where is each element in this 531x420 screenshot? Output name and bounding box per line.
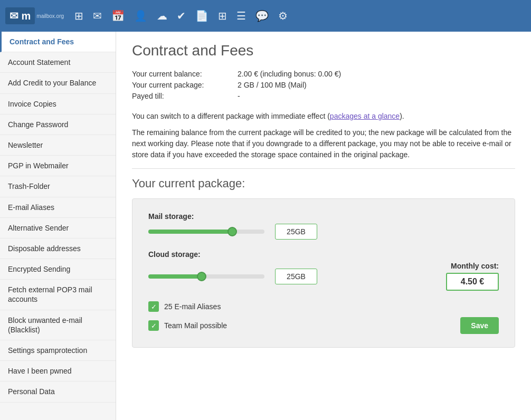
switch-notice: You can switch to a different package wi… xyxy=(132,111,515,122)
page-title: Contract and Fees xyxy=(132,42,515,59)
main-content: Contract and Fees Your current balance: … xyxy=(116,32,531,420)
package-label: Your current package: xyxy=(132,81,238,89)
team-mail-row: ✓ Team Mail possible xyxy=(148,320,227,331)
section-divider xyxy=(132,168,515,169)
package-box: Mail storage: 25GB Cloud storage: xyxy=(132,198,515,348)
sidebar-item-pgp[interactable]: PGP in Webmailer xyxy=(0,156,116,176)
top-navigation: ✉ m mailbox.org ⊞ ✉ 📅 👤 ☁ ✔ 📄 ⊞ ☰ 💬 ⚙ xyxy=(0,0,531,32)
sidebar-item-personal-data[interactable]: Personal Data xyxy=(0,381,116,402)
sidebar-item-disposable-addresses[interactable]: Disposable addresses xyxy=(0,238,116,259)
balance-row: Your current balance: 2.00 € (including … xyxy=(132,70,515,78)
cloud-storage-label: Cloud storage: xyxy=(148,250,201,259)
team-mail-label: Team Mail possible xyxy=(164,321,227,330)
sidebar-item-trash-folder[interactable]: Trash-Folder xyxy=(0,176,116,197)
mail-storage-thumb[interactable] xyxy=(227,227,237,236)
email-aliases-row: ✓ 25 E-mail Aliases xyxy=(148,301,499,312)
address-book-icon[interactable]: 👤 xyxy=(134,9,147,22)
list-icon[interactable]: ☰ xyxy=(236,9,246,22)
monthly-cost-value: 4.50 € xyxy=(446,273,499,291)
package-value: 2 GB / 100 MB (Mail) xyxy=(238,81,307,89)
package-row: Your current package: 2 GB / 100 MB (Mai… xyxy=(132,81,515,89)
cloud-storage-value: 25GB xyxy=(275,269,317,284)
email-aliases-label: 25 E-mail Aliases xyxy=(164,302,221,311)
monthly-cost-label: Monthly cost: xyxy=(446,262,499,270)
payed-till-label: Payed till: xyxy=(132,92,238,100)
mail-icon[interactable]: ✉ xyxy=(93,9,102,22)
settings-icon[interactable]: ⚙ xyxy=(278,9,288,22)
mail-storage-slider[interactable] xyxy=(148,226,264,237)
logo-subtitle: mailbox.org xyxy=(36,13,64,19)
sidebar-item-email-aliases[interactable]: E-mail Aliases xyxy=(0,197,116,218)
sidebar-item-encrypted-sending[interactable]: Encrypted Sending xyxy=(0,259,116,280)
packages-link[interactable]: packages at a glance xyxy=(330,112,400,120)
logo[interactable]: ✉ m mailbox.org xyxy=(5,7,64,24)
mail-storage-label: Mail storage: xyxy=(148,212,194,221)
sidebar-item-account-statement[interactable]: Account Statement xyxy=(0,52,116,73)
sidebar-item-fetch-pop3[interactable]: Fetch external POP3 mail accounts xyxy=(0,280,116,310)
cloud-storage-thumb[interactable] xyxy=(197,272,206,281)
team-mail-checkbox-icon[interactable]: ✓ xyxy=(148,320,159,331)
mail-storage-value: 25GB xyxy=(275,224,317,240)
chat-icon[interactable]: 💬 xyxy=(255,9,269,22)
sidebar-item-alternative-sender[interactable]: Alternative Sender xyxy=(0,218,116,238)
current-package-heading: Your current package: xyxy=(132,177,515,190)
layout: Contract and Fees Account Statement Add … xyxy=(0,32,531,420)
save-button[interactable]: Save xyxy=(460,317,499,334)
sidebar-item-newsletter[interactable]: Newsletter xyxy=(0,135,116,156)
payed-till-row: Payed till: - xyxy=(132,92,515,100)
info-table: Your current balance: 2.00 € (including … xyxy=(132,70,515,100)
document-icon[interactable]: 📄 xyxy=(195,9,208,22)
sidebar-item-change-password[interactable]: Change Password xyxy=(0,114,116,135)
remaining-balance-notice: The remaining balance from the current p… xyxy=(132,127,515,160)
payed-till-value: - xyxy=(238,92,240,100)
grid-icon[interactable]: ⊞ xyxy=(74,9,83,22)
tasks-icon[interactable]: ✔ xyxy=(177,9,186,22)
email-aliases-checkbox-icon[interactable]: ✓ xyxy=(148,301,159,312)
mail-storage-track xyxy=(148,230,264,234)
cloud-storage-slider[interactable] xyxy=(148,271,264,282)
balance-label: Your current balance: xyxy=(132,70,238,78)
balance-value: 2.00 € (including bonus: 0.00 €) xyxy=(238,70,341,78)
sidebar-item-blacklist[interactable]: Block unwanted e-mail (Blacklist) xyxy=(0,310,116,340)
sidebar-item-spam-protection[interactable]: Settings spamprotection xyxy=(0,340,116,361)
table-icon[interactable]: ⊞ xyxy=(218,9,227,22)
sidebar-item-invoice-copies[interactable]: Invoice Copies xyxy=(0,94,116,114)
nav-icons: ⊞ ✉ 📅 👤 ☁ ✔ 📄 ⊞ ☰ 💬 ⚙ xyxy=(74,9,288,22)
calendar-icon[interactable]: 📅 xyxy=(111,9,125,22)
logo-icon: ✉ m xyxy=(5,7,35,24)
sidebar-item-contract-fees[interactable]: Contract and Fees xyxy=(0,32,116,52)
cloud-icon[interactable]: ☁ xyxy=(157,9,167,22)
bottom-row: ✓ Team Mail possible Save xyxy=(148,317,499,334)
sidebar-item-add-credit[interactable]: Add Credit to your Balance xyxy=(0,73,116,93)
sidebar-item-hibp[interactable]: Have I been pwned xyxy=(0,361,116,381)
mail-storage-fill xyxy=(148,230,232,234)
cloud-storage-fill xyxy=(148,274,200,279)
sidebar: Contract and Fees Account Statement Add … xyxy=(0,32,116,420)
